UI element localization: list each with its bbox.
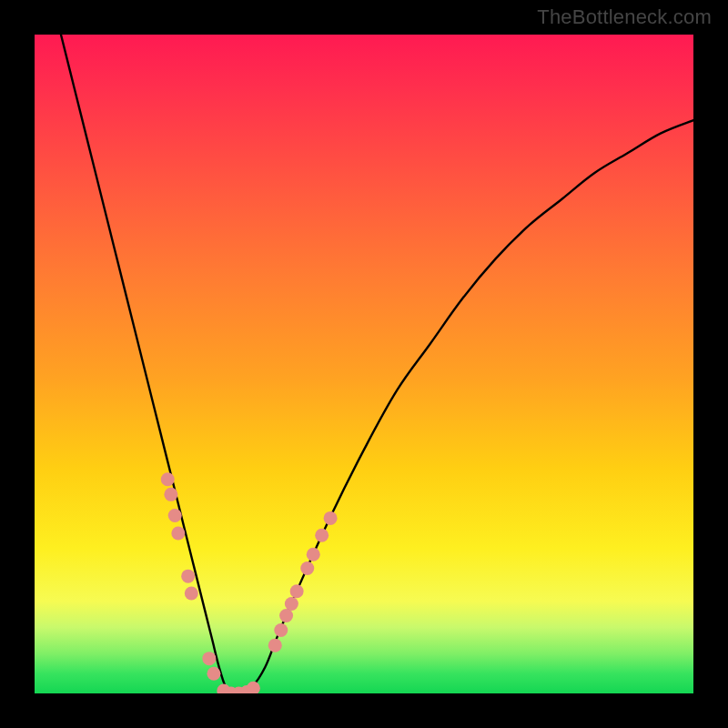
highlight-dot: [247, 682, 260, 693]
highlight-dot: [207, 667, 220, 681]
highlight-dot: [279, 609, 293, 622]
highlight-dot: [315, 529, 329, 542]
highlight-dots-group: [161, 472, 338, 693]
highlight-dot: [290, 584, 304, 598]
highlight-dot: [171, 527, 185, 541]
highlight-dot: [202, 652, 216, 665]
highlight-dot: [324, 511, 338, 525]
plot-area: [35, 35, 693, 693]
highlight-dot: [285, 597, 298, 611]
highlight-dot: [300, 561, 314, 575]
highlight-dot: [185, 586, 198, 600]
bottleneck-curve: [61, 35, 693, 693]
chart-svg: [35, 35, 693, 693]
highlight-dot: [164, 488, 177, 501]
watermark-text: TheBottleneck.com: [537, 5, 712, 29]
highlight-dot: [274, 623, 288, 637]
highlight-dot: [181, 570, 195, 583]
highlight-dot: [307, 548, 320, 561]
highlight-dot: [161, 472, 175, 486]
chart-frame: TheBottleneck.com: [0, 0, 728, 728]
highlight-dot: [268, 639, 282, 652]
highlight-dot: [168, 509, 182, 522]
